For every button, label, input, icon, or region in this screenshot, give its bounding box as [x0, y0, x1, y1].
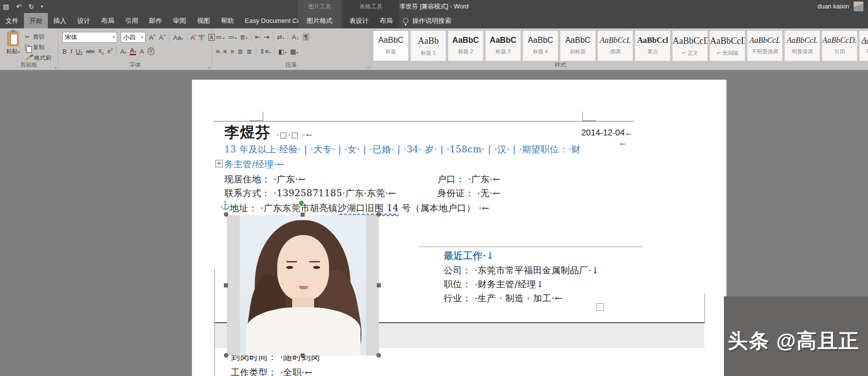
- clipboard-dialog-launcher[interactable]: ⌟: [54, 64, 56, 69]
- shading-icon[interactable]: ◧ ▾: [278, 48, 286, 55]
- portrait-image: [240, 215, 366, 356]
- account-area[interactable]: duan kaixin: [818, 1, 864, 12]
- watermark-block: 头条 @高且正: [724, 296, 868, 376]
- asian-layout-icon[interactable]: ⇄ ▾: [277, 33, 284, 41]
- separator: [274, 46, 275, 56]
- avatar[interactable]: [853, 1, 864, 12]
- style-tile-标题 1[interactable]: AaBb标题 1: [410, 30, 446, 61]
- tab-邮件[interactable]: 邮件: [144, 13, 168, 28]
- resize-handle-bottom-left[interactable]: [224, 353, 228, 358]
- watermark-text: 头条 @高且正: [728, 327, 860, 355]
- resize-handle-top-right[interactable]: [376, 212, 381, 217]
- resume-photo[interactable]: [227, 215, 379, 356]
- underline-icon[interactable]: U ▾: [76, 48, 83, 55]
- phonetic-guide-icon[interactable]: wén文: [198, 34, 205, 40]
- tab-开始[interactable]: 开始: [24, 13, 48, 28]
- tab-帮助[interactable]: 帮助: [215, 13, 239, 28]
- resize-handle-middle-left[interactable]: [224, 283, 228, 287]
- style-tile-↵ 无间隔[interactable]: AaBbCcDc↵ 无间隔: [709, 30, 745, 61]
- tab-表设计[interactable]: 表设计: [344, 13, 374, 28]
- style-tile-标题 2[interactable]: AaBbC标题 2: [448, 30, 484, 61]
- styles-group-label: 样式: [371, 61, 750, 69]
- enclose-characters-icon[interactable]: 字: [148, 47, 155, 55]
- bold-icon[interactable]: B: [62, 48, 67, 55]
- font-size-combobox[interactable]: 小四▾: [121, 32, 146, 43]
- strikethrough-icon[interactable]: abc: [86, 48, 95, 54]
- numbering-icon[interactable]: ≕ ▾: [228, 33, 236, 41]
- superscript-icon[interactable]: x2: [107, 47, 113, 55]
- resize-handle-top-left[interactable]: [224, 212, 228, 217]
- distribute-icon[interactable]: ≣: [247, 48, 252, 55]
- address-line: 地址： ·广东东莞市胡亮镇沙湖口旧围 14 号（属本地户口） ·←: [230, 202, 490, 214]
- tab-文件[interactable]: 文件: [0, 13, 24, 28]
- style-tile-标题 4[interactable]: AaBbC标题 4: [522, 30, 558, 61]
- paragraph-group-label: 段落: [212, 61, 370, 69]
- tab-图片格式[interactable]: 图片格式: [301, 13, 338, 28]
- font-family-combobox[interactable]: 宋体▾: [62, 32, 117, 43]
- subscript-icon[interactable]: x2: [98, 47, 104, 56]
- justify-icon[interactable]: ≣: [238, 48, 243, 55]
- bullets-icon[interactable]: ≔ ▾: [216, 33, 224, 41]
- style-tile-明显强调[interactable]: AaBbCcL明显强调: [784, 30, 820, 61]
- style-preview: AaBbCcl: [635, 36, 670, 45]
- sort-icon[interactable]: A↓: [292, 33, 299, 41]
- style-tile-强调[interactable]: AaBbCcL强调: [597, 30, 633, 61]
- resize-handle-top-middle[interactable]: [301, 213, 305, 217]
- paragraph-dialog-launcher[interactable]: ⌟: [367, 64, 369, 69]
- tab-审阅[interactable]: 审阅: [168, 13, 191, 28]
- paste-button[interactable]: 粘贴 ▾: [3, 31, 23, 61]
- resize-handle-bottom-middle[interactable]: [301, 354, 305, 358]
- rotation-handle[interactable]: [299, 201, 304, 205]
- style-label: 副标题: [560, 48, 595, 55]
- style-tile-副标题[interactable]: AaBbC副标题: [560, 30, 596, 61]
- style-tile-要点[interactable]: AaBbCcl要点: [635, 30, 671, 61]
- resize-handle-middle-right[interactable]: [377, 283, 381, 287]
- tell-me-search[interactable]: 操作说明搜索: [403, 13, 451, 28]
- align-center-icon[interactable]: ≡: [223, 48, 227, 55]
- multilevel-list-icon[interactable]: ≣ ▾: [240, 33, 247, 41]
- style-preview: AaBbCcL: [747, 36, 782, 45]
- show-marks-icon[interactable]: ¶: [303, 33, 309, 41]
- picture-tools-tabs: 图片格式: [298, 13, 341, 28]
- align-left-icon[interactable]: ≡: [216, 48, 220, 55]
- shrink-font-icon[interactable]: Aˇ: [159, 34, 166, 41]
- char-shading-icon[interactable]: A: [140, 48, 144, 55]
- tab-视图[interactable]: 视图: [191, 13, 215, 28]
- style-preview: AaBbCcDc: [673, 36, 707, 46]
- style-preview: AaBbC: [523, 36, 558, 45]
- style-tile-标题[interactable]: AaBbC标题: [373, 30, 409, 61]
- tab-布局[interactable]: 布局: [96, 13, 120, 28]
- tab-引用[interactable]: 引用: [120, 13, 144, 28]
- text-boundary-mark-right: [582, 112, 596, 121]
- tab-设计[interactable]: 设计: [72, 13, 96, 28]
- grow-font-icon[interactable]: Aˆ: [149, 34, 156, 41]
- style-tile-明显引用[interactable]: AaBbCcL明显引用: [859, 30, 868, 61]
- decrease-indent-icon[interactable]: ⇤: [255, 33, 260, 41]
- change-case-icon[interactable]: Aa ▾: [173, 34, 183, 41]
- borders-icon[interactable]: ▦ ▾: [290, 48, 298, 55]
- separator: [256, 46, 256, 56]
- italic-icon[interactable]: I: [70, 47, 72, 55]
- style-tile-不明显强调[interactable]: AaBbCcL不明显强调: [747, 30, 783, 61]
- copy-button[interactable]: 复制: [25, 43, 57, 52]
- window-title: 李世芬 [兼容模式] - Word: [0, 0, 868, 13]
- table-tools-tabs: 表设计布局: [343, 13, 399, 28]
- ribbon-tab-row: 文件开始插入设计布局引用邮件审阅视图帮助Easy Document Creato…: [0, 13, 868, 28]
- tab-布局[interactable]: 布局: [374, 13, 398, 28]
- text-effects-icon[interactable]: A ▾: [120, 48, 126, 55]
- tab-插入[interactable]: 插入: [48, 13, 72, 28]
- font-color-icon[interactable]: A ▾: [130, 47, 136, 55]
- font-dialog-launcher[interactable]: ⌟: [208, 64, 210, 69]
- resize-handle-bottom-right[interactable]: [376, 353, 381, 358]
- clear-formatting-icon[interactable]: A: [190, 34, 195, 41]
- style-tile-标题 3[interactable]: AaBbC标题 3: [485, 30, 521, 61]
- cut-button[interactable]: ✂ 剪切: [25, 32, 57, 42]
- table-move-handle[interactable]: ✛: [215, 160, 223, 167]
- line-spacing-icon[interactable]: ⇕≡ ▾: [260, 48, 271, 55]
- style-tile-↵ 正文[interactable]: AaBbCcDc↵ 正文: [672, 30, 708, 61]
- clipboard-icon: [7, 31, 19, 46]
- style-tile-引用[interactable]: AaBbCcD.引用: [822, 30, 858, 61]
- document-page[interactable]: 李煜芬 ·□·□ ·← 2014-12-04← ← 13 年及以上·经验· | …: [192, 80, 726, 376]
- align-right-icon[interactable]: ≡: [230, 48, 234, 55]
- increase-indent-icon[interactable]: ⇥: [264, 33, 269, 41]
